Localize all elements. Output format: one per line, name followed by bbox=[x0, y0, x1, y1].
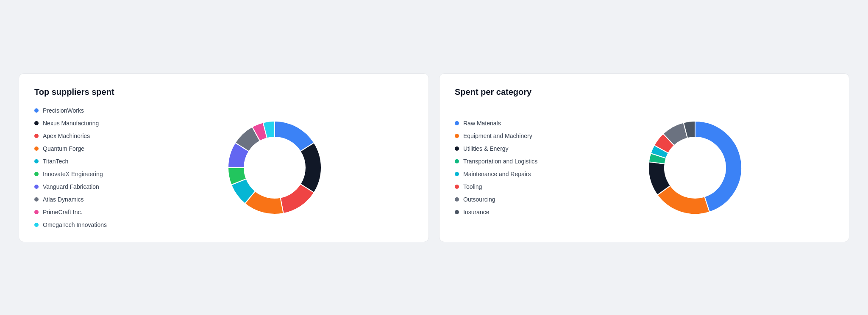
legend-item: PrecisionWorks bbox=[34, 107, 119, 114]
legend-dot bbox=[34, 134, 39, 138]
legend-label: Quantum Forge bbox=[43, 145, 84, 152]
legend-item: Vanguard Fabrication bbox=[34, 183, 119, 190]
categories-card: Spent per category Raw MaterialsEquipmen… bbox=[439, 73, 849, 242]
suppliers-donut-chart bbox=[215, 108, 334, 227]
legend-label: Raw Materials bbox=[463, 120, 501, 127]
legend-dot bbox=[34, 197, 39, 202]
legend-item: Transportation and Logistics bbox=[455, 158, 540, 165]
suppliers-content: PrecisionWorksNexus ManufacturingApex Ma… bbox=[34, 107, 413, 228]
categories-content: Raw MaterialsEquipment and MachineryUtil… bbox=[455, 107, 834, 228]
legend-item: InnovateX Engineering bbox=[34, 171, 119, 177]
legend-label: Nexus Manufacturing bbox=[43, 120, 99, 127]
dashboard: Top suppliers spent PrecisionWorksNexus … bbox=[19, 73, 849, 242]
legend-label: Maintenance and Repairs bbox=[463, 171, 531, 177]
legend-item: Maintenance and Repairs bbox=[455, 171, 540, 177]
legend-dot bbox=[34, 108, 39, 113]
legend-label: TitanTech bbox=[43, 158, 68, 165]
legend-item: Insurance bbox=[455, 209, 540, 216]
legend-label: Tooling bbox=[463, 183, 482, 190]
legend-label: Apex Machineries bbox=[43, 133, 90, 139]
legend-item: OmegaTech Innovations bbox=[34, 221, 119, 228]
legend-dot bbox=[455, 185, 459, 189]
categories-donut-chart bbox=[636, 108, 754, 227]
legend-dot bbox=[34, 223, 39, 227]
legend-dot bbox=[455, 159, 459, 163]
legend-label: Insurance bbox=[463, 209, 489, 216]
legend-dot bbox=[34, 210, 39, 214]
legend-item: PrimeCraft Inc. bbox=[34, 209, 119, 216]
legend-dot bbox=[34, 146, 39, 151]
legend-item: Utilities & Energy bbox=[455, 145, 540, 152]
legend-dot bbox=[455, 210, 459, 214]
legend-item: Nexus Manufacturing bbox=[34, 120, 119, 127]
legend-label: Equipment and Machinery bbox=[463, 133, 532, 139]
suppliers-card: Top suppliers spent PrecisionWorksNexus … bbox=[19, 73, 429, 242]
donut-segment bbox=[300, 143, 321, 193]
legend-item: Raw Materials bbox=[455, 120, 540, 127]
legend-item: Atlas Dynamics bbox=[34, 196, 119, 203]
legend-dot bbox=[455, 197, 459, 202]
legend-dot bbox=[34, 172, 39, 176]
legend-label: Atlas Dynamics bbox=[43, 196, 83, 203]
legend-dot bbox=[455, 121, 459, 125]
legend-label: Transportation and Logistics bbox=[463, 158, 537, 165]
suppliers-chart-container bbox=[136, 108, 413, 227]
legend-label: OmegaTech Innovations bbox=[43, 221, 107, 228]
legend-item: Tooling bbox=[455, 183, 540, 190]
legend-item: TitanTech bbox=[34, 158, 119, 165]
legend-label: Vanguard Fabrication bbox=[43, 183, 99, 190]
suppliers-title: Top suppliers spent bbox=[34, 87, 413, 97]
legend-dot bbox=[34, 185, 39, 189]
legend-dot bbox=[455, 172, 459, 176]
legend-dot bbox=[34, 121, 39, 125]
legend-item: Equipment and Machinery bbox=[455, 133, 540, 139]
legend-dot bbox=[455, 134, 459, 138]
legend-item: Outsourcing bbox=[455, 196, 540, 203]
legend-label: InnovateX Engineering bbox=[43, 171, 103, 177]
legend-item: Quantum Forge bbox=[34, 145, 119, 152]
legend-label: Outsourcing bbox=[463, 196, 495, 203]
categories-title: Spent per category bbox=[455, 87, 834, 97]
legend-label: Utilities & Energy bbox=[463, 145, 509, 152]
legend-label: PrimeCraft Inc. bbox=[43, 209, 82, 216]
legend-item: Apex Machineries bbox=[34, 133, 119, 139]
legend-label: PrecisionWorks bbox=[43, 107, 84, 114]
legend-dot bbox=[34, 159, 39, 163]
categories-chart-container bbox=[556, 108, 834, 227]
categories-legend: Raw MaterialsEquipment and MachineryUtil… bbox=[455, 120, 540, 216]
legend-dot bbox=[455, 146, 459, 151]
suppliers-legend: PrecisionWorksNexus ManufacturingApex Ma… bbox=[34, 107, 119, 228]
